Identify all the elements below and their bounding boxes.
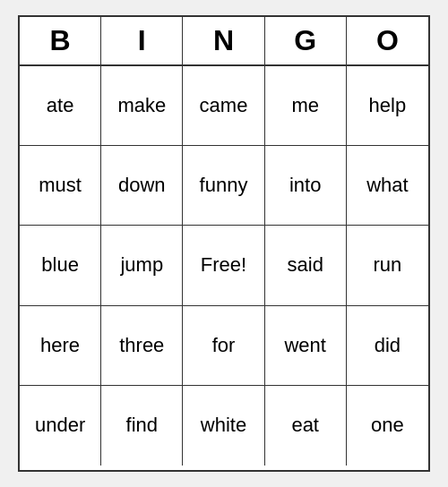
bingo-cell-24[interactable]: one	[347, 386, 428, 466]
bingo-cell-3[interactable]: me	[265, 66, 347, 146]
bingo-cell-7[interactable]: funny	[183, 146, 264, 226]
bingo-card: BINGO atemakecamemehelpmustdownfunnyinto…	[18, 15, 430, 472]
bingo-cell-4[interactable]: help	[347, 66, 428, 146]
bingo-cell-11[interactable]: jump	[101, 226, 183, 305]
header-letter-b: B	[20, 17, 101, 64]
bingo-cell-17[interactable]: for	[183, 306, 264, 386]
header-letter-n: N	[183, 17, 264, 64]
bingo-grid: atemakecamemehelpmustdownfunnyintowhatbl…	[20, 66, 428, 466]
bingo-cell-8[interactable]: into	[265, 146, 347, 226]
bingo-cell-12[interactable]: Free!	[183, 226, 264, 305]
bingo-cell-23[interactable]: eat	[265, 386, 347, 466]
header-letter-i: I	[101, 17, 183, 64]
bingo-cell-20[interactable]: under	[20, 386, 101, 466]
bingo-cell-18[interactable]: went	[265, 306, 347, 386]
bingo-cell-22[interactable]: white	[183, 386, 264, 466]
header-letter-o: O	[347, 17, 428, 64]
bingo-cell-13[interactable]: said	[265, 226, 347, 305]
bingo-cell-19[interactable]: did	[347, 306, 428, 386]
bingo-cell-16[interactable]: three	[101, 306, 183, 386]
bingo-cell-21[interactable]: find	[101, 386, 183, 466]
bingo-cell-1[interactable]: make	[101, 66, 183, 146]
header-letter-g: G	[265, 17, 347, 64]
bingo-cell-0[interactable]: ate	[20, 66, 101, 146]
bingo-cell-5[interactable]: must	[20, 146, 101, 226]
bingo-cell-15[interactable]: here	[20, 306, 101, 386]
bingo-cell-6[interactable]: down	[101, 146, 183, 226]
bingo-cell-14[interactable]: run	[347, 226, 428, 305]
bingo-cell-9[interactable]: what	[347, 146, 428, 226]
bingo-header: BINGO	[20, 17, 428, 66]
bingo-cell-2[interactable]: came	[183, 66, 264, 146]
bingo-cell-10[interactable]: blue	[20, 226, 101, 305]
